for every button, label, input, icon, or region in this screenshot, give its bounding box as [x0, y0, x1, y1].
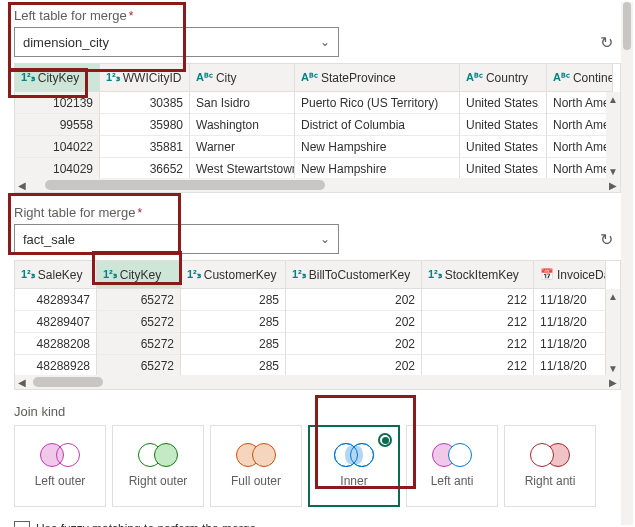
table-hscroll[interactable]: ◀▶ [15, 375, 620, 389]
venn-icon [236, 443, 276, 467]
join-right-anti[interactable]: Right anti [504, 425, 596, 507]
fuzzy-match-label: Use fuzzy matching to perform the merge [36, 522, 256, 527]
left-table-preview: 1²₃CityKey 1²₃WWICityID AᴮᶜCity AᴮᶜState… [14, 63, 621, 193]
col-header[interactable]: AᴮᶜStateProvince [295, 64, 460, 92]
col-header[interactable]: 1²₃StockItemKey [422, 261, 534, 289]
left-table-label: Left table for merge [14, 8, 127, 23]
col-header-citykey[interactable]: 1²₃CityKey [15, 64, 100, 92]
required-asterisk: * [129, 9, 134, 23]
right-table-selected: fact_sale [23, 232, 75, 247]
col-header[interactable]: 1²₃CustomerKey [181, 261, 286, 289]
required-asterisk: * [137, 206, 142, 220]
table-hscroll[interactable]: ◀▶ [15, 178, 620, 192]
col-header[interactable]: 1²₃SaleKey [15, 261, 97, 289]
join-inner[interactable]: Inner [308, 425, 400, 507]
refresh-right-button[interactable]: ↻ [595, 228, 617, 250]
right-table-select[interactable]: fact_sale ⌄ [14, 224, 339, 254]
col-header[interactable]: AᴮᶜContinent [547, 64, 613, 92]
right-table-label: Right table for merge [14, 205, 135, 220]
join-kind-label: Join kind [14, 404, 621, 419]
join-full-outer[interactable]: Full outer [210, 425, 302, 507]
table-vscroll[interactable]: ▲▼ [606, 92, 620, 178]
window-scrollbar[interactable] [621, 2, 633, 525]
fuzzy-match-checkbox[interactable] [14, 521, 30, 527]
col-header[interactable]: AᴮᶜCity [190, 64, 295, 92]
right-table-preview: 1²₃SaleKey 1²₃CityKey 1²₃CustomerKey 1²₃… [14, 260, 621, 390]
venn-icon [432, 443, 472, 467]
col-header-citykey[interactable]: 1²₃CityKey [97, 261, 181, 289]
join-left-anti[interactable]: Left anti [406, 425, 498, 507]
venn-icon [40, 443, 80, 467]
join-right-outer[interactable]: Right outer [112, 425, 204, 507]
col-header[interactable]: 1²₃WWICityID [100, 64, 190, 92]
col-header[interactable]: 📅InvoiceDa [534, 261, 606, 289]
col-header[interactable]: AᴮᶜCountry [460, 64, 547, 92]
radio-selected-icon [378, 433, 392, 447]
col-header[interactable]: 1²₃BillToCustomerKey [286, 261, 422, 289]
join-left-outer[interactable]: Left outer [14, 425, 106, 507]
chevron-down-icon: ⌄ [320, 232, 330, 246]
table-vscroll[interactable]: ▲▼ [606, 289, 620, 375]
venn-icon [138, 443, 178, 467]
venn-icon [334, 443, 374, 467]
left-table-select[interactable]: dimension_city ⌄ [14, 27, 339, 57]
left-table-selected: dimension_city [23, 35, 109, 50]
chevron-down-icon: ⌄ [320, 35, 330, 49]
cell: 102139 [15, 92, 100, 114]
refresh-left-button[interactable]: ↻ [595, 31, 617, 53]
venn-icon [530, 443, 570, 467]
